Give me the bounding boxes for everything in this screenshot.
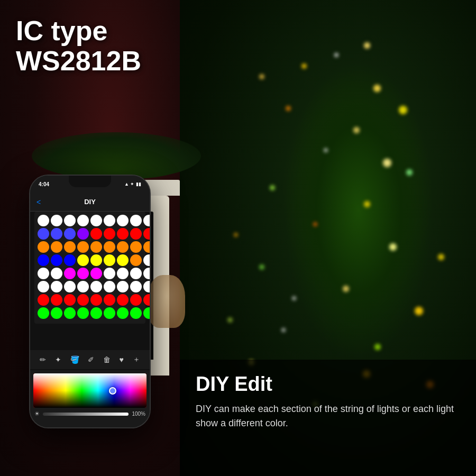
back-button[interactable]: <: [36, 198, 41, 206]
color-dot[interactable]: [104, 307, 115, 319]
color-picker-gradient[interactable]: [33, 373, 147, 408]
color-dot[interactable]: [90, 294, 102, 306]
color-dot[interactable]: [117, 254, 129, 266]
diy-description: DIY can make each section of the string …: [196, 402, 460, 431]
color-dot[interactable]: [77, 281, 89, 292]
pencil-icon[interactable]: ✏: [40, 355, 46, 364]
color-dot[interactable]: [64, 281, 76, 292]
color-dot[interactable]: [38, 281, 49, 292]
color-dot[interactable]: [130, 254, 142, 266]
color-cursor[interactable]: [109, 387, 116, 395]
teddy-bear: [148, 275, 185, 328]
color-dot[interactable]: [64, 228, 76, 240]
color-dot[interactable]: [64, 294, 76, 306]
color-dot[interactable]: [104, 241, 115, 253]
color-dot[interactable]: [51, 281, 62, 292]
diy-title: DIY Edit: [196, 373, 460, 396]
color-dot[interactable]: [130, 241, 142, 253]
color-dot[interactable]: [130, 294, 142, 306]
status-icons: ▲ ✦ ▮▮: [124, 181, 141, 187]
color-dot[interactable]: [143, 281, 151, 292]
color-dot[interactable]: [104, 294, 115, 306]
app-title: DIY: [84, 198, 96, 206]
color-dot[interactable]: [130, 307, 142, 319]
color-dot[interactable]: [143, 228, 151, 240]
brightness-slider[interactable]: [43, 413, 129, 416]
color-dot[interactable]: [90, 228, 102, 240]
eraser-icon[interactable]: ✐: [88, 355, 94, 364]
color-dot[interactable]: [143, 215, 151, 226]
color-dot[interactable]: [104, 268, 115, 279]
ic-type-label: IC type: [16, 16, 141, 46]
grid-row: [38, 268, 142, 279]
grid-row: [38, 294, 142, 306]
color-dot[interactable]: [51, 241, 62, 253]
heart-icon[interactable]: ♥: [120, 355, 124, 364]
color-dot[interactable]: [117, 268, 129, 279]
color-picker-area[interactable]: ☀ 100%: [30, 370, 150, 427]
color-dot[interactable]: [130, 281, 142, 292]
color-dot[interactable]: [77, 228, 89, 240]
color-dot[interactable]: [38, 228, 49, 240]
color-dot[interactable]: [90, 215, 102, 226]
color-dot[interactable]: [77, 241, 89, 253]
color-dot[interactable]: [117, 307, 129, 319]
picker-icon[interactable]: ✦: [55, 355, 61, 364]
color-dot[interactable]: [38, 294, 49, 306]
color-dot[interactable]: [117, 281, 129, 292]
color-dot[interactable]: [90, 254, 102, 266]
color-dot[interactable]: [117, 294, 129, 306]
color-dot[interactable]: [104, 215, 115, 226]
diy-text-area: DIY Edit DIY can make each section of th…: [180, 360, 476, 476]
color-dot[interactable]: [143, 254, 151, 266]
color-dot[interactable]: [77, 268, 89, 279]
color-dot[interactable]: [143, 307, 151, 319]
color-dot[interactable]: [143, 241, 151, 253]
color-dot[interactable]: [64, 241, 76, 253]
color-dot[interactable]: [38, 307, 49, 319]
app-header: < DIY: [30, 193, 150, 212]
color-dot[interactable]: [51, 228, 62, 240]
color-dot[interactable]: [130, 228, 142, 240]
color-dot[interactable]: [51, 254, 62, 266]
color-dot[interactable]: [130, 215, 142, 226]
add-icon[interactable]: ＋: [133, 355, 140, 364]
color-dot[interactable]: [64, 307, 76, 319]
color-dot[interactable]: [90, 268, 102, 279]
color-dot[interactable]: [51, 294, 62, 306]
color-dot[interactable]: [51, 307, 62, 319]
color-dot[interactable]: [77, 307, 89, 319]
color-dot[interactable]: [90, 241, 102, 253]
color-dot[interactable]: [104, 281, 115, 292]
delete-icon[interactable]: 🗑: [103, 355, 111, 364]
color-dot[interactable]: [77, 254, 89, 266]
color-dot[interactable]: [130, 268, 142, 279]
color-dot[interactable]: [104, 228, 115, 240]
phone-screen: 4:04 ▲ ✦ ▮▮ < DIY ✏ ✦ 🪣 ✐ 🗑 ♥ ＋: [29, 175, 151, 428]
grid-row: [38, 254, 142, 266]
fill-icon[interactable]: 🪣: [70, 355, 79, 364]
color-dot[interactable]: [104, 254, 115, 266]
color-dot[interactable]: [64, 215, 76, 226]
color-dot[interactable]: [64, 268, 76, 279]
color-dot[interactable]: [117, 241, 129, 253]
color-dot[interactable]: [38, 215, 49, 226]
color-dot[interactable]: [51, 215, 62, 226]
color-dot[interactable]: [51, 268, 62, 279]
color-dot[interactable]: [38, 254, 49, 266]
color-dot[interactable]: [143, 294, 151, 306]
black-overlay: [33, 373, 147, 408]
color-dot[interactable]: [64, 254, 76, 266]
color-dot[interactable]: [38, 268, 49, 279]
color-dot[interactable]: [143, 268, 151, 279]
color-grid[interactable]: [34, 212, 145, 324]
brightness-value: 100%: [132, 411, 145, 417]
color-dot[interactable]: [38, 241, 49, 253]
color-dot[interactable]: [117, 215, 129, 226]
color-dot[interactable]: [77, 294, 89, 306]
brightness-row: ☀ 100%: [33, 410, 147, 417]
color-dot[interactable]: [90, 307, 102, 319]
color-dot[interactable]: [90, 281, 102, 292]
color-dot[interactable]: [117, 228, 129, 240]
color-dot[interactable]: [77, 215, 89, 226]
